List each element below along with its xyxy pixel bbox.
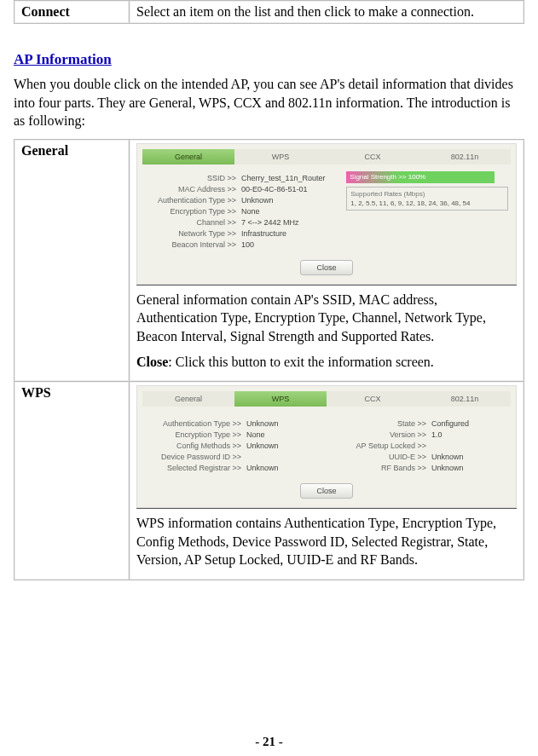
kv-val: Configured [431, 419, 469, 428]
kv-key: RF Bands >> [333, 464, 431, 472]
wps-columns: Authentication Type >>Unknown Encryption… [142, 413, 511, 475]
kv-val: None [241, 207, 260, 216]
general-desc-text: General information contain AP's SSID, M… [136, 291, 517, 346]
wps-content-cell: General WPS CCX 802.11n Authentication T… [130, 382, 524, 580]
table-row: WPS General WPS CCX 802.11n Au [14, 382, 524, 580]
kv-key: Authentication Type >> [148, 419, 246, 428]
kv-key: UUID-E >> [333, 453, 431, 461]
connect-desc-cell: Select an item on the list and then clic… [130, 1, 524, 24]
kv-wps-enc: Encryption Type >>None [148, 430, 321, 439]
kv-key: Device Password ID >> [148, 453, 246, 461]
general-left-col: SSID >>Cherry_test_11n_Router MAC Addres… [142, 171, 339, 251]
connect-definition-table: Connect Select an item on the list and t… [14, 0, 524, 24]
kv-auth: Authentication Type >>Unknown [142, 196, 339, 205]
kv-beacon: Beacon Interval >>100 [142, 240, 339, 249]
supported-rates-values: 1, 2, 5.5, 11, 6, 9, 12, 18, 24, 36, 48,… [350, 199, 504, 207]
kv-val: Unknown [241, 196, 274, 205]
kv-key: Network Type >> [142, 229, 241, 238]
general-label: General [21, 143, 68, 158]
kv-val: Unknown [246, 441, 279, 450]
general-close-line: Close: Click this button to exit the inf… [136, 353, 517, 372]
kv-val: Unknown [431, 453, 464, 461]
kv-key: MAC Address >> [142, 185, 241, 193]
kv-key: Encryption Type >> [142, 207, 241, 216]
tab-general[interactable]: General [142, 149, 234, 164]
intro-paragraph: When you double click on the intended AP… [14, 75, 524, 130]
table-row: General General WPS CCX 802.11n [14, 139, 524, 381]
tab-ccx[interactable]: CCX [327, 149, 419, 164]
wps-screenshot-inner: General WPS CCX 802.11n Authentication T… [136, 385, 517, 508]
supported-rates-box: Supported Rates (Mbps) 1, 2, 5.5, 11, 6,… [346, 187, 508, 211]
general-screenshot-inner: General WPS CCX 802.11n SSID >>Cherry_te… [136, 143, 517, 285]
kv-key: Channel >> [142, 218, 241, 227]
connect-label: Connect [21, 4, 70, 19]
close-button[interactable]: Close [300, 260, 353, 275]
kv-key: Beacon Interval >> [142, 240, 241, 249]
kv-key: State >> [333, 419, 431, 428]
kv-mac: MAC Address >>00-E0-4C-86-51-01 [142, 185, 339, 193]
wps-label: WPS [21, 385, 51, 400]
tab-ccx[interactable]: CCX [327, 391, 419, 407]
page: Connect Select an item on the list and t… [0, 0, 538, 756]
kv-val: None [246, 430, 265, 439]
kv-wps-aplock: AP Setup Locked >> [333, 441, 506, 450]
kv-val: Unknown [246, 464, 279, 472]
kv-val: Cherry_test_11n_Router [241, 174, 326, 182]
kv-key: Encryption Type >> [148, 430, 246, 439]
tab-wps[interactable]: WPS [234, 391, 327, 407]
connect-label-cell: Connect [14, 1, 130, 24]
kv-key: Version >> [333, 430, 431, 439]
wps-right-col: State >>Configured Version >>1.0 AP Setu… [333, 417, 506, 475]
kv-val: 100 [241, 240, 254, 249]
connect-desc: Select an item on the list and then clic… [136, 4, 474, 19]
general-right-col: Signal Strength >> 100% Supported Rates … [346, 171, 511, 251]
wps-label-cell: WPS [14, 382, 130, 580]
close-term-desc: : Click this button to exit the informat… [168, 355, 434, 369]
kv-val: 7 <--> 2442 MHz [241, 218, 299, 227]
kv-channel: Channel >>7 <--> 2442 MHz [142, 218, 339, 227]
tab-wps[interactable]: WPS [234, 149, 327, 164]
general-description: General information contain AP's SSID, M… [136, 291, 517, 371]
kv-enc: Encryption Type >>None [142, 207, 339, 216]
wps-tabs: General WPS CCX 802.11n [142, 391, 511, 407]
kv-key: SSID >> [142, 174, 241, 182]
kv-val: Unknown [246, 419, 279, 428]
tab-general[interactable]: General [142, 391, 234, 407]
kv-val: Infrastructure [241, 229, 286, 238]
general-columns: SSID >>Cherry_test_11n_Router MAC Addres… [142, 171, 511, 251]
kv-ssid: SSID >>Cherry_test_11n_Router [142, 174, 339, 182]
kv-val: Unknown [431, 464, 464, 472]
general-tabs: General WPS CCX 802.11n [142, 149, 511, 164]
kv-wps-state: State >>Configured [333, 419, 506, 428]
page-number: - 21 - [0, 735, 538, 749]
general-content-cell: General WPS CCX 802.11n SSID >>Cherry_te… [130, 139, 524, 381]
wps-left-col: Authentication Type >>Unknown Encryption… [148, 417, 321, 475]
kv-key: Config Methods >> [148, 441, 246, 450]
kv-key: Selected Registrar >> [148, 464, 246, 472]
close-term: Close [136, 355, 168, 369]
tab-80211n[interactable]: 802.11n [419, 149, 511, 164]
wps-description: WPS information contains Authentication … [136, 514, 517, 569]
kv-key: Authentication Type >> [142, 196, 241, 205]
close-button[interactable]: Close [300, 483, 353, 499]
section-title-ap-information: AP Information [14, 51, 524, 68]
ap-info-table: General General WPS CCX 802.11n [14, 139, 524, 580]
kv-wps-config: Config Methods >>Unknown [148, 441, 321, 450]
kv-wps-auth: Authentication Type >>Unknown [148, 419, 321, 428]
tab-80211n[interactable]: 802.11n [419, 391, 511, 407]
kv-wps-selreg: Selected Registrar >>Unknown [148, 464, 321, 472]
kv-val: 00-E0-4C-86-51-01 [241, 185, 308, 193]
signal-strength-bar: Signal Strength >> 100% [346, 171, 495, 183]
kv-wps-version: Version >>1.0 [333, 430, 506, 439]
kv-wps-rfbands: RF Bands >>Unknown [333, 464, 506, 472]
general-screenshot: General WPS CCX 802.11n SSID >>Cherry_te… [136, 143, 517, 286]
kv-wps-uuid: UUID-E >>Unknown [333, 453, 506, 461]
general-label-cell: General [14, 139, 130, 381]
kv-key: AP Setup Locked >> [333, 441, 431, 450]
wps-desc-text: WPS information contains Authentication … [136, 514, 517, 569]
wps-screenshot: General WPS CCX 802.11n Authentication T… [136, 385, 517, 509]
kv-val: 1.0 [431, 430, 443, 439]
kv-wps-dpid: Device Password ID >> [148, 453, 321, 461]
table-row: Connect Select an item on the list and t… [14, 1, 524, 24]
supported-rates-title: Supported Rates (Mbps) [350, 190, 504, 198]
